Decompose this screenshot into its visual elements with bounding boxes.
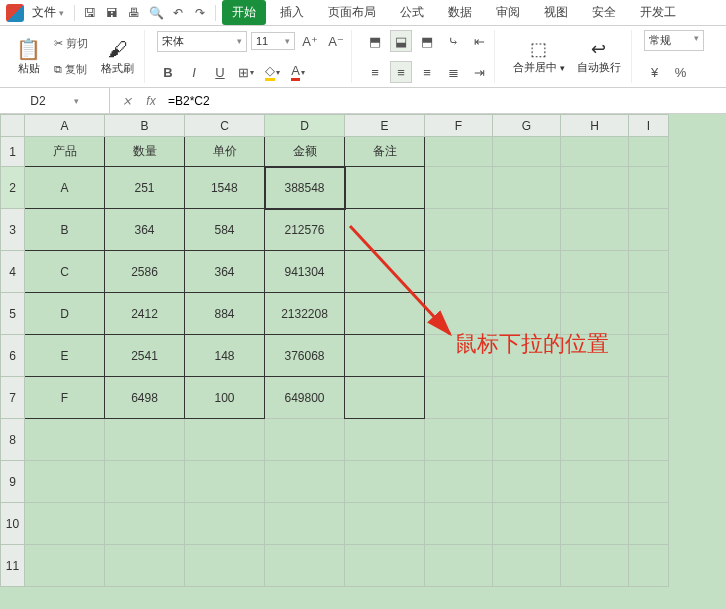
cell-A1[interactable]: 产品 <box>25 137 105 167</box>
italic-button[interactable]: I <box>183 61 205 83</box>
cell-F3[interactable] <box>425 209 493 251</box>
cell-A9[interactable] <box>25 461 105 503</box>
cell-A6[interactable]: E <box>25 335 105 377</box>
number-format-select[interactable]: 常规 <box>644 30 704 51</box>
tab-review[interactable]: 审阅 <box>486 0 530 25</box>
cell-G2[interactable] <box>493 167 561 209</box>
cell-C10[interactable] <box>185 503 265 545</box>
cell-I8[interactable] <box>629 419 669 461</box>
cell-A5[interactable]: D <box>25 293 105 335</box>
cell-G6[interactable] <box>493 335 561 377</box>
cell-E11[interactable] <box>345 545 425 587</box>
copy-button[interactable]: ⧉复制 <box>51 60 91 79</box>
cell-B9[interactable] <box>105 461 185 503</box>
cell-G10[interactable] <box>493 503 561 545</box>
cell-D3[interactable]: 212576 <box>265 209 345 251</box>
cell-F1[interactable] <box>425 137 493 167</box>
cell-D11[interactable] <box>265 545 345 587</box>
currency-icon[interactable]: ¥ <box>644 61 666 83</box>
cell-E2[interactable] <box>345 167 425 209</box>
print-icon[interactable]: 🖶 <box>125 4 143 22</box>
tab-start[interactable]: 开始 <box>222 0 266 25</box>
cell-I4[interactable] <box>629 251 669 293</box>
cell-B5[interactable]: 2412 <box>105 293 185 335</box>
col-header-G[interactable]: G <box>493 115 561 137</box>
row-header-5[interactable]: 5 <box>1 293 25 335</box>
cell-D10[interactable] <box>265 503 345 545</box>
cell-B1[interactable]: 数量 <box>105 137 185 167</box>
indent-inc-icon[interactable]: ⇥ <box>468 61 490 83</box>
cell-B6[interactable]: 2541 <box>105 335 185 377</box>
cell-H8[interactable] <box>561 419 629 461</box>
row-header-4[interactable]: 4 <box>1 251 25 293</box>
cell-F7[interactable] <box>425 377 493 419</box>
cell-D7[interactable]: 649800 <box>265 377 345 419</box>
cell-E3[interactable] <box>345 209 425 251</box>
col-header-F[interactable]: F <box>425 115 493 137</box>
percent-icon[interactable]: % <box>670 61 692 83</box>
cell-D6[interactable]: 376068 <box>265 335 345 377</box>
row-header-10[interactable]: 10 <box>1 503 25 545</box>
cell-F9[interactable] <box>425 461 493 503</box>
cell-I7[interactable] <box>629 377 669 419</box>
cell-H10[interactable] <box>561 503 629 545</box>
cell-I5[interactable] <box>629 293 669 335</box>
cell-B11[interactable] <box>105 545 185 587</box>
cell-A8[interactable] <box>25 419 105 461</box>
row-header-9[interactable]: 9 <box>1 461 25 503</box>
redo-icon[interactable]: ↷ <box>191 4 209 22</box>
col-header-B[interactable]: B <box>105 115 185 137</box>
tab-view[interactable]: 视图 <box>534 0 578 25</box>
name-box[interactable]: D2 <box>0 88 110 113</box>
cell-I11[interactable] <box>629 545 669 587</box>
cell-I9[interactable] <box>629 461 669 503</box>
cell-G1[interactable] <box>493 137 561 167</box>
cell-H3[interactable] <box>561 209 629 251</box>
cell-E9[interactable] <box>345 461 425 503</box>
font-select[interactable]: 宋体 <box>157 31 247 52</box>
cell-G7[interactable] <box>493 377 561 419</box>
bold-button[interactable]: B <box>157 61 179 83</box>
cell-G8[interactable] <box>493 419 561 461</box>
cell-G5[interactable] <box>493 293 561 335</box>
fx-icon[interactable]: fx <box>142 92 160 110</box>
underline-button[interactable]: U <box>209 61 231 83</box>
cell-A3[interactable]: B <box>25 209 105 251</box>
format-painter-button[interactable]: 🖌 格式刷 <box>95 30 140 83</box>
cell-H11[interactable] <box>561 545 629 587</box>
cell-C4[interactable]: 364 <box>185 251 265 293</box>
row-header-1[interactable]: 1 <box>1 137 25 167</box>
tab-layout[interactable]: 页面布局 <box>318 0 386 25</box>
cell-C9[interactable] <box>185 461 265 503</box>
col-header-E[interactable]: E <box>345 115 425 137</box>
col-header-A[interactable]: A <box>25 115 105 137</box>
undo-icon[interactable]: ↶ <box>169 4 187 22</box>
cell-H1[interactable] <box>561 137 629 167</box>
cell-F8[interactable] <box>425 419 493 461</box>
row-header-3[interactable]: 3 <box>1 209 25 251</box>
row-header-7[interactable]: 7 <box>1 377 25 419</box>
cell-C8[interactable] <box>185 419 265 461</box>
cell-H9[interactable] <box>561 461 629 503</box>
cell-C1[interactable]: 单价 <box>185 137 265 167</box>
font-color-button[interactable]: A <box>287 61 309 83</box>
border-button[interactable]: ⊞ <box>235 61 257 83</box>
cell-G4[interactable] <box>493 251 561 293</box>
cell-A11[interactable] <box>25 545 105 587</box>
cell-E4[interactable] <box>345 251 425 293</box>
spreadsheet[interactable]: ABCDEFGHI1产品数量单价金额备注2A25115483885483B364… <box>0 114 726 587</box>
cell-F5[interactable] <box>425 293 493 335</box>
cell-F4[interactable] <box>425 251 493 293</box>
cell-I2[interactable] <box>629 167 669 209</box>
indent-dec-icon[interactable]: ⇤ <box>468 30 490 52</box>
col-header-D[interactable]: D <box>265 115 345 137</box>
cell-B3[interactable]: 364 <box>105 209 185 251</box>
cell-D2[interactable]: 388548 <box>265 167 345 209</box>
cell-E8[interactable] <box>345 419 425 461</box>
cell-E6[interactable] <box>345 335 425 377</box>
col-header-H[interactable]: H <box>561 115 629 137</box>
align-bottom-icon[interactable]: ⬒ <box>416 30 438 52</box>
cell-D4[interactable]: 941304 <box>265 251 345 293</box>
cell-F11[interactable] <box>425 545 493 587</box>
cell-I6[interactable] <box>629 335 669 377</box>
